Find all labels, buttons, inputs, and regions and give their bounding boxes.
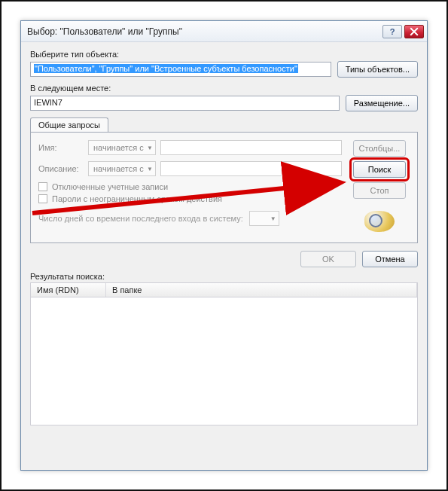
name-input[interactable] bbox=[160, 140, 342, 155]
results-body[interactable] bbox=[30, 297, 418, 425]
column-folder[interactable]: В папке bbox=[106, 283, 417, 297]
desc-starts-text: начинается с bbox=[93, 164, 144, 173]
object-type-field[interactable]: "Пользователи", "Группы" или "Встроенные… bbox=[30, 62, 331, 77]
results-header: Имя (RDN) В папке bbox=[30, 282, 418, 297]
titlebar: Выбор: "Пользователи" или "Группы" ? bbox=[21, 21, 427, 42]
chevron-down-icon: ▼ bbox=[147, 145, 153, 151]
object-type-section: Выберите тип объекта: "Пользователи", "Г… bbox=[30, 50, 418, 78]
checkbox-box bbox=[38, 194, 47, 203]
window-controls: ? bbox=[382, 25, 424, 38]
desc-input[interactable] bbox=[160, 161, 342, 176]
pw-never-expires-checkbox[interactable]: Пароли с неограниченным сроком действия bbox=[38, 194, 342, 203]
dialog-buttons: OK Отмена bbox=[30, 251, 418, 267]
location-section: В следующем месте: IEWIN7 Размещение... bbox=[30, 84, 418, 111]
window-title: Выбор: "Пользователи" или "Группы" bbox=[27, 26, 382, 37]
search-button[interactable]: Поиск bbox=[353, 161, 406, 178]
cancel-button[interactable]: Отмена bbox=[362, 251, 418, 267]
locations-button[interactable]: Размещение... bbox=[346, 95, 418, 111]
desc-label: Описание: bbox=[38, 164, 84, 173]
stop-button: Стоп bbox=[353, 182, 406, 199]
column-name[interactable]: Имя (RDN) bbox=[31, 283, 106, 297]
object-types-button[interactable]: Типы объектов... bbox=[337, 61, 418, 78]
magnifier-icon bbox=[364, 211, 395, 232]
object-type-value: "Пользователи", "Группы" или "Встроенные… bbox=[34, 64, 298, 73]
name-label: Имя: bbox=[38, 143, 84, 152]
desc-row: Описание: начинается с ▼ bbox=[38, 161, 342, 176]
search-button-highlight: Поиск bbox=[353, 161, 406, 178]
side-buttons: Столбцы... Поиск Стоп bbox=[349, 140, 410, 232]
tab-common-queries[interactable]: Общие запросы bbox=[30, 117, 108, 132]
help-button[interactable]: ? bbox=[382, 25, 402, 38]
days-dropdown[interactable]: ▼ bbox=[249, 211, 279, 226]
checkbox-box bbox=[38, 182, 47, 191]
location-field[interactable]: IEWIN7 bbox=[30, 96, 340, 111]
name-starts-dropdown[interactable]: начинается с ▼ bbox=[88, 140, 156, 155]
disabled-accounts-checkbox[interactable]: Отключенные учетные записи bbox=[38, 182, 342, 191]
results-label: Результаты поиска: bbox=[30, 272, 418, 281]
ok-button: OK bbox=[300, 251, 356, 267]
chevron-down-icon: ▼ bbox=[147, 166, 153, 172]
tab-panel: Имя: начинается с ▼ Описание: начинается… bbox=[30, 132, 418, 243]
disabled-accounts-label: Отключенные учетные записи bbox=[52, 182, 168, 191]
close-icon bbox=[410, 27, 419, 36]
pw-never-label: Пароли с неограниченным сроком действия bbox=[52, 194, 222, 203]
outer-frame: Выбор: "Пользователи" или "Группы" ? Выб… bbox=[0, 0, 448, 491]
desc-starts-dropdown[interactable]: начинается с ▼ bbox=[88, 161, 156, 176]
name-row: Имя: начинается с ▼ bbox=[38, 140, 342, 155]
query-form: Имя: начинается с ▼ Описание: начинается… bbox=[38, 140, 342, 232]
days-label: Число дней со времени последнего входа в… bbox=[38, 214, 243, 223]
dialog-window: Выбор: "Пользователи" или "Группы" ? Выб… bbox=[20, 20, 428, 471]
columns-button: Столбцы... bbox=[353, 140, 406, 157]
days-row: Число дней со времени последнего входа в… bbox=[38, 211, 342, 226]
object-type-label: Выберите тип объекта: bbox=[30, 50, 418, 59]
close-button[interactable] bbox=[404, 25, 424, 38]
chevron-down-icon: ▼ bbox=[270, 215, 276, 222]
content-area: Выберите тип объекта: "Пользователи", "Г… bbox=[21, 42, 427, 433]
name-starts-text: начинается с bbox=[93, 143, 144, 152]
location-label: В следующем месте: bbox=[30, 84, 418, 93]
tabs: Общие запросы bbox=[30, 117, 418, 132]
